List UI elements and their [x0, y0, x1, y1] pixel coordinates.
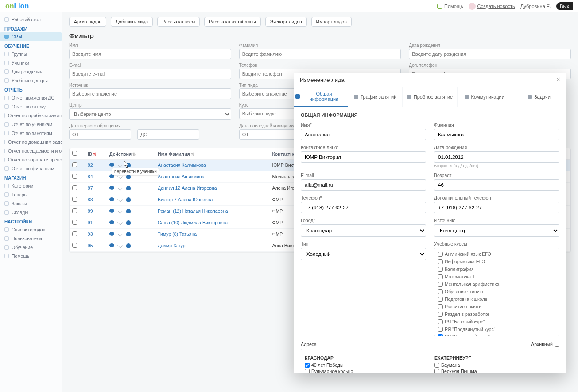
panel-tab[interactable]: Коммуникации	[458, 87, 512, 107]
sidebar-item[interactable]: Отчет по финансам	[0, 164, 62, 173]
row-id[interactable]: 82	[85, 160, 107, 171]
sidebar-item[interactable]: Дни рождения	[0, 67, 62, 76]
filter-first-date-to[interactable]	[137, 129, 199, 140]
pf-birth-input[interactable]	[434, 151, 559, 163]
person-icon[interactable]	[126, 243, 131, 248]
address-checkbox[interactable]	[305, 369, 310, 374]
edit-icon[interactable]	[117, 162, 123, 167]
pf-contact-input[interactable]	[301, 151, 426, 163]
course-option[interactable]: Каллиграфия	[438, 266, 555, 272]
row-checkbox[interactable]	[72, 197, 77, 202]
row-id[interactable]: 93	[85, 229, 107, 240]
course-option[interactable]: Математика 1	[438, 273, 555, 280]
filter-center-select[interactable]: Выберите центр	[69, 108, 231, 120]
row-checkbox[interactable]	[72, 220, 77, 225]
sidebar-item[interactable]: Помощь	[0, 252, 62, 261]
eye-icon[interactable]	[109, 243, 114, 248]
address-checkbox[interactable]	[434, 369, 439, 374]
sidebar-item[interactable]: Отчет движения ДС	[0, 93, 62, 102]
pf-age-input[interactable]	[434, 179, 559, 191]
course-option[interactable]: Подготовка к школе	[438, 296, 555, 302]
course-option[interactable]: РЯ "Базовый курс"	[438, 319, 555, 325]
row-name[interactable]: Анастасия Ашихмина	[155, 171, 269, 183]
filter-name-input[interactable]	[69, 49, 231, 59]
sidebar-item[interactable]: Обучение	[0, 243, 62, 252]
pf-surname-input[interactable]	[434, 129, 559, 140]
logout-button[interactable]: Вых	[556, 2, 573, 10]
sidebar-item[interactable]: Отчет по пробным занятиям	[0, 111, 62, 120]
person-icon[interactable]	[126, 186, 131, 190]
row-id[interactable]: 84	[85, 171, 107, 183]
edit-icon[interactable]	[117, 208, 123, 213]
select-all-checkbox[interactable]	[72, 151, 77, 156]
course-checkbox[interactable]	[438, 319, 443, 324]
course-checkbox[interactable]	[438, 274, 443, 279]
action-tab[interactable]: Экспорт лидов	[265, 17, 307, 27]
address-checkbox[interactable]	[305, 363, 310, 368]
action-tab[interactable]: Рассылка всем	[157, 17, 200, 27]
sidebar-item[interactable]: Группы	[0, 50, 62, 58]
action-tab[interactable]: Рассылка из таблицы	[204, 17, 260, 27]
pf-type-select[interactable]: Холодный	[301, 248, 426, 260]
row-checkbox[interactable]	[72, 174, 77, 179]
row-name[interactable]: Виктор 7 Алена Юрьевна	[155, 194, 269, 206]
eye-icon[interactable]	[109, 231, 114, 236]
row-name[interactable]: Дамир Хагур	[155, 240, 269, 252]
course-checkbox[interactable]	[438, 312, 443, 317]
pf-email-input[interactable]	[301, 179, 426, 191]
table-header[interactable]: ID⇅	[85, 148, 107, 160]
sidebar-item[interactable]: Отчет по ученикам	[0, 120, 62, 129]
action-tab[interactable]: Архив лидов	[69, 17, 106, 27]
address-option[interactable]: Баумана	[434, 362, 555, 368]
filter-source-input[interactable]	[69, 88, 231, 99]
row-id[interactable]: 87	[85, 183, 107, 194]
sidebar-item[interactable]: Склады	[0, 208, 62, 217]
sidebar-item[interactable]: Отчет по занятиям	[0, 129, 62, 138]
sidebar-item[interactable]: Заказы	[0, 199, 62, 208]
row-id[interactable]: 95	[85, 240, 107, 252]
panel-tab[interactable]: График занятий	[348, 87, 403, 107]
row-id[interactable]: 91	[85, 217, 107, 229]
row-name[interactable]: Даниил 12 Алена Игоревна	[155, 183, 269, 194]
sidebar-item[interactable]: Рабочий стол	[0, 15, 62, 24]
sidebar-item[interactable]: Отчет по домашним заданиям	[0, 138, 62, 146]
table-header[interactable]: Имя Фамилия⇅	[155, 148, 269, 160]
pf-name-input[interactable]	[301, 129, 426, 140]
person-icon[interactable]	[126, 232, 131, 236]
row-checkbox[interactable]	[72, 185, 77, 190]
course-option[interactable]: Обучение чтению	[438, 288, 555, 295]
address-option[interactable]: Верхняя Пышма	[434, 368, 555, 373]
sidebar-item[interactable]: Отчет по зарплате преподавателей	[0, 155, 62, 164]
course-option[interactable]: Развитие памяти	[438, 304, 555, 310]
person-icon[interactable]	[126, 209, 131, 213]
course-option[interactable]: Раздел в разработке	[438, 311, 555, 317]
course-checkbox[interactable]	[438, 289, 443, 294]
sidebar-item[interactable]: Категории	[0, 181, 62, 190]
address-checkbox[interactable]	[434, 363, 439, 368]
row-name[interactable]: Саша (10) Людмила Викторовна	[155, 217, 269, 229]
filter-first-date-from[interactable]	[69, 129, 131, 140]
eye-icon[interactable]	[109, 185, 114, 190]
sidebar-item[interactable]: Товары	[0, 190, 62, 199]
course-option[interactable]: Информатика ЕГЭ	[438, 258, 555, 265]
filter-email-input[interactable]	[69, 69, 231, 79]
edit-icon[interactable]	[117, 219, 123, 225]
row-id[interactable]: 88	[85, 194, 107, 206]
filter-last-comm-from[interactable]	[239, 129, 301, 140]
address-option[interactable]: 40 лет Победы	[305, 362, 426, 368]
create-news-link[interactable]: Создать новость	[469, 3, 515, 10]
panel-tab[interactable]: Задачи	[512, 87, 566, 107]
row-checkbox[interactable]	[72, 162, 77, 167]
filter-birth-input[interactable]	[409, 49, 571, 59]
sidebar-item[interactable]: Учебные центры	[0, 76, 62, 85]
table-header[interactable]	[70, 148, 85, 160]
pf-city-select[interactable]: Краснодар	[301, 224, 426, 237]
help-link[interactable]: Помощь	[437, 4, 463, 9]
row-name[interactable]: Анастасия Калмыкова	[155, 160, 269, 171]
row-name[interactable]: Тимур (8) Татьяна	[155, 229, 269, 240]
course-option[interactable]: РЯ "Стартовый курс"	[438, 334, 555, 336]
eye-icon[interactable]	[109, 220, 114, 225]
edit-icon[interactable]	[117, 242, 123, 248]
course-checkbox[interactable]	[438, 282, 443, 287]
course-option[interactable]: Английский язык ЕГЭ	[438, 251, 555, 257]
